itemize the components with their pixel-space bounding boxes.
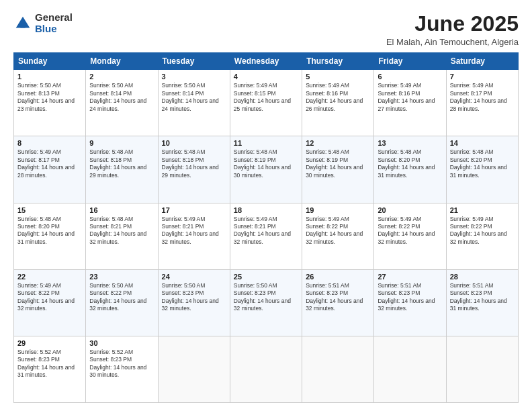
cell-text: Sunrise: 5:51 AMSunset: 8:23 PMDaylight:… (450, 282, 507, 312)
table-cell: 13Sunrise: 5:48 AMSunset: 8:20 PMDayligh… (374, 136, 446, 203)
table-cell: 11Sunrise: 5:48 AMSunset: 8:19 PMDayligh… (230, 136, 302, 203)
table-cell: 21Sunrise: 5:49 AMSunset: 8:22 PMDayligh… (446, 203, 518, 269)
day-number: 4 (234, 73, 298, 81)
table-cell: 8Sunrise: 5:49 AMSunset: 8:17 PMDaylight… (14, 136, 86, 203)
title-block: June 2025 El Malah, Ain Temouchent, Alge… (386, 12, 519, 47)
day-number: 10 (162, 139, 226, 147)
cell-text: Sunrise: 5:49 AMSunset: 8:17 PMDaylight:… (17, 148, 75, 178)
col-monday: Monday (86, 53, 158, 70)
logo-blue: Blue (35, 24, 73, 35)
day-number: 23 (89, 273, 154, 281)
table-cell: 28Sunrise: 5:51 AMSunset: 8:23 PMDayligh… (446, 269, 518, 336)
day-number: 20 (378, 206, 442, 214)
day-number: 19 (306, 206, 370, 214)
table-cell: 17Sunrise: 5:49 AMSunset: 8:21 PMDayligh… (158, 203, 230, 269)
logo-general: General (35, 12, 73, 24)
table-cell: 9Sunrise: 5:48 AMSunset: 8:18 PMDaylight… (86, 136, 158, 203)
day-number: 8 (17, 139, 82, 147)
day-number: 29 (17, 339, 82, 347)
col-wednesday: Wednesday (230, 53, 302, 70)
day-number: 26 (306, 273, 370, 281)
table-cell: 20Sunrise: 5:49 AMSunset: 8:22 PMDayligh… (374, 203, 446, 269)
table-cell: 14Sunrise: 5:48 AMSunset: 8:20 PMDayligh… (446, 136, 518, 203)
table-cell: 26Sunrise: 5:51 AMSunset: 8:23 PMDayligh… (302, 269, 374, 336)
day-number: 27 (378, 273, 442, 281)
logo-icon (13, 14, 32, 33)
table-cell: 22Sunrise: 5:49 AMSunset: 8:22 PMDayligh… (14, 269, 86, 336)
cell-text: Sunrise: 5:49 AMSunset: 8:16 PMDaylight:… (378, 82, 435, 111)
table-cell: 29Sunrise: 5:52 AMSunset: 8:23 PMDayligh… (14, 336, 86, 402)
day-number: 6 (378, 73, 442, 81)
cell-text: Sunrise: 5:50 AMSunset: 8:14 PMDaylight:… (162, 82, 219, 111)
col-sunday: Sunday (14, 53, 86, 70)
table-cell (302, 336, 374, 402)
table-cell: 3Sunrise: 5:50 AMSunset: 8:14 PMDaylight… (158, 70, 230, 136)
table-row: 29Sunrise: 5:52 AMSunset: 8:23 PMDayligh… (14, 336, 519, 402)
day-number: 14 (450, 139, 515, 147)
day-number: 28 (450, 273, 515, 281)
day-number: 13 (378, 139, 442, 147)
cell-text: Sunrise: 5:51 AMSunset: 8:23 PMDaylight:… (378, 282, 435, 312)
day-number: 21 (450, 206, 515, 214)
table-cell: 1Sunrise: 5:50 AMSunset: 8:13 PMDaylight… (14, 70, 86, 136)
table-cell: 18Sunrise: 5:49 AMSunset: 8:21 PMDayligh… (230, 203, 302, 269)
table-row: 15Sunrise: 5:48 AMSunset: 8:20 PMDayligh… (14, 203, 519, 269)
table-cell (374, 336, 446, 402)
day-number: 1 (17, 73, 82, 81)
cell-text: Sunrise: 5:50 AMSunset: 8:23 PMDaylight:… (234, 282, 291, 312)
cell-text: Sunrise: 5:48 AMSunset: 8:19 PMDaylight:… (306, 148, 363, 178)
table-row: 8Sunrise: 5:49 AMSunset: 8:17 PMDaylight… (14, 136, 519, 203)
calendar-table: Sunday Monday Tuesday Wednesday Thursday… (13, 52, 519, 403)
table-cell: 5Sunrise: 5:49 AMSunset: 8:16 PMDaylight… (302, 70, 374, 136)
header: General Blue June 2025 El Malah, Ain Tem… (13, 12, 519, 47)
cell-text: Sunrise: 5:49 AMSunset: 8:16 PMDaylight:… (306, 82, 363, 111)
day-number: 25 (234, 273, 298, 281)
cell-text: Sunrise: 5:50 AMSunset: 8:13 PMDaylight:… (17, 82, 75, 111)
page: General Blue June 2025 El Malah, Ain Tem… (0, 0, 532, 411)
cell-text: Sunrise: 5:49 AMSunset: 8:17 PMDaylight:… (450, 82, 507, 111)
cell-text: Sunrise: 5:49 AMSunset: 8:15 PMDaylight:… (234, 82, 291, 111)
cell-text: Sunrise: 5:49 AMSunset: 8:22 PMDaylight:… (378, 216, 435, 245)
table-cell: 16Sunrise: 5:48 AMSunset: 8:21 PMDayligh… (86, 203, 158, 269)
table-row: 22Sunrise: 5:49 AMSunset: 8:22 PMDayligh… (14, 269, 519, 336)
table-cell (230, 336, 302, 402)
cell-text: Sunrise: 5:50 AMSunset: 8:14 PMDaylight:… (89, 82, 146, 111)
cell-text: Sunrise: 5:48 AMSunset: 8:18 PMDaylight:… (89, 148, 146, 178)
col-thursday: Thursday (302, 53, 374, 70)
cell-text: Sunrise: 5:49 AMSunset: 8:22 PMDaylight:… (450, 216, 507, 245)
month-title: June 2025 (386, 12, 519, 36)
day-number: 5 (306, 73, 370, 81)
col-tuesday: Tuesday (158, 53, 230, 70)
cell-text: Sunrise: 5:49 AMSunset: 8:22 PMDaylight:… (306, 216, 363, 245)
svg-rect-1 (20, 24, 25, 28)
day-number: 24 (162, 273, 226, 281)
cell-text: Sunrise: 5:52 AMSunset: 8:23 PMDaylight:… (89, 349, 146, 378)
table-cell (446, 336, 518, 402)
cell-text: Sunrise: 5:48 AMSunset: 8:20 PMDaylight:… (378, 148, 435, 178)
col-saturday: Saturday (446, 53, 518, 70)
logo-text: General Blue (35, 12, 73, 34)
day-number: 7 (450, 73, 515, 81)
day-number: 16 (89, 206, 154, 214)
day-number: 2 (89, 73, 154, 81)
table-cell: 15Sunrise: 5:48 AMSunset: 8:20 PMDayligh… (14, 203, 86, 269)
table-row: 1Sunrise: 5:50 AMSunset: 8:13 PMDaylight… (14, 70, 519, 136)
cell-text: Sunrise: 5:50 AMSunset: 8:22 PMDaylight:… (89, 282, 146, 312)
day-number: 30 (89, 339, 154, 347)
table-cell: 25Sunrise: 5:50 AMSunset: 8:23 PMDayligh… (230, 269, 302, 336)
cell-text: Sunrise: 5:50 AMSunset: 8:23 PMDaylight:… (162, 282, 219, 312)
table-cell: 4Sunrise: 5:49 AMSunset: 8:15 PMDaylight… (230, 70, 302, 136)
table-cell: 27Sunrise: 5:51 AMSunset: 8:23 PMDayligh… (374, 269, 446, 336)
table-cell: 12Sunrise: 5:48 AMSunset: 8:19 PMDayligh… (302, 136, 374, 203)
table-cell: 30Sunrise: 5:52 AMSunset: 8:23 PMDayligh… (86, 336, 158, 402)
day-number: 18 (234, 206, 298, 214)
day-number: 15 (17, 206, 82, 214)
cell-text: Sunrise: 5:48 AMSunset: 8:20 PMDaylight:… (450, 148, 507, 178)
day-number: 12 (306, 139, 370, 147)
day-number: 17 (162, 206, 226, 214)
cell-text: Sunrise: 5:48 AMSunset: 8:19 PMDaylight:… (234, 148, 291, 178)
day-number: 9 (89, 139, 154, 147)
cell-text: Sunrise: 5:49 AMSunset: 8:22 PMDaylight:… (17, 282, 75, 312)
table-cell: 10Sunrise: 5:48 AMSunset: 8:18 PMDayligh… (158, 136, 230, 203)
col-friday: Friday (374, 53, 446, 70)
